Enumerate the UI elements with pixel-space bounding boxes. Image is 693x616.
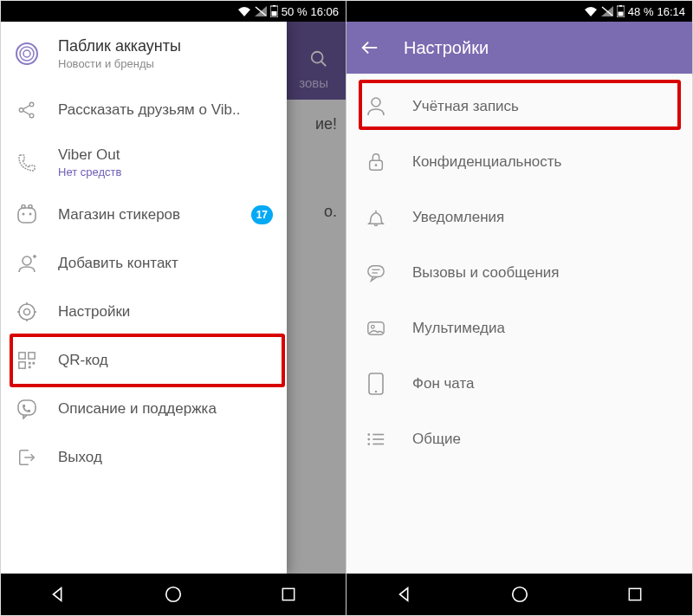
battery-icon bbox=[270, 5, 278, 17]
drawer-item-exit[interactable]: Выход bbox=[1, 433, 287, 482]
lock-icon bbox=[364, 150, 388, 174]
share-label: Рассказать друзьям о Vib.. bbox=[58, 101, 240, 119]
status-bar: 50 % 16:06 bbox=[1, 1, 346, 22]
svg-point-58 bbox=[367, 443, 370, 445]
battery-icon bbox=[617, 5, 625, 17]
svg-point-45 bbox=[375, 164, 378, 166]
svg-point-23 bbox=[24, 309, 30, 315]
wifi-icon bbox=[584, 6, 598, 16]
settings-item-chat-bg[interactable]: Фон чата bbox=[346, 356, 692, 412]
phone-right: 48 % 16:14 Настройки Учётная запись Конф… bbox=[346, 1, 692, 615]
svg-point-7 bbox=[20, 47, 34, 61]
drawer-item-add-contact[interactable]: Добавить контакт bbox=[1, 239, 287, 288]
privacy-label: Конфиденциальность bbox=[412, 153, 561, 171]
svg-rect-37 bbox=[282, 588, 294, 600]
svg-point-10 bbox=[29, 102, 34, 107]
navigation-drawer: Паблик аккаунты Новости и бренды Рассказ… bbox=[1, 22, 287, 574]
highlight-account bbox=[359, 80, 681, 130]
media-label: Мультимедиа bbox=[412, 320, 505, 337]
svg-rect-40 bbox=[619, 5, 622, 7]
settings-item-notifications[interactable]: Уведомления bbox=[346, 190, 692, 245]
svg-point-19 bbox=[23, 256, 31, 265]
drawer-item-stickers[interactable]: Магазин стикеров 17 bbox=[1, 191, 287, 239]
nav-recent-button[interactable] bbox=[609, 574, 661, 615]
media-icon bbox=[364, 316, 388, 340]
wifi-icon bbox=[237, 6, 251, 16]
stickers-badge: 17 bbox=[251, 205, 273, 224]
nav-back-button[interactable] bbox=[32, 574, 84, 615]
nav-recent-button[interactable] bbox=[262, 574, 314, 615]
nav-back-button[interactable] bbox=[379, 574, 431, 615]
svg-point-11 bbox=[29, 113, 34, 118]
signal-off-icon bbox=[255, 6, 267, 16]
gear-icon bbox=[15, 300, 39, 324]
public-accounts-title: Паблик аккаунты bbox=[58, 37, 181, 55]
sticker-icon bbox=[15, 203, 39, 227]
clock: 16:14 bbox=[657, 5, 685, 18]
stickers-label: Магазин стикеров bbox=[58, 206, 180, 224]
add-contact-icon bbox=[15, 251, 39, 276]
settings-label: Настройки bbox=[58, 303, 130, 321]
settings-item-media[interactable]: Мультимедиа bbox=[346, 301, 692, 356]
nav-home-button[interactable] bbox=[494, 574, 546, 615]
svg-point-51 bbox=[372, 325, 375, 328]
add-contact-label: Добавить контакт bbox=[58, 255, 178, 272]
svg-rect-41 bbox=[618, 12, 623, 16]
chat-bg-label: Фон чата bbox=[412, 375, 474, 392]
drawer-item-viber-out[interactable]: Viber Out Нет средств bbox=[1, 134, 287, 191]
svg-point-17 bbox=[23, 213, 25, 216]
svg-rect-2 bbox=[273, 5, 275, 7]
svg-point-56 bbox=[367, 438, 370, 441]
android-navbar bbox=[1, 574, 346, 615]
svg-point-9 bbox=[19, 108, 23, 113]
drawer-item-share[interactable]: Рассказать друзьям о Vib.. bbox=[1, 86, 287, 134]
signal-off-icon bbox=[601, 6, 613, 16]
svg-point-8 bbox=[23, 50, 30, 57]
svg-point-60 bbox=[512, 587, 527, 602]
svg-point-15 bbox=[22, 205, 25, 209]
general-label: Общие bbox=[412, 431, 461, 448]
svg-rect-3 bbox=[271, 11, 276, 16]
settings-item-privacy[interactable]: Конфиденциальность bbox=[346, 134, 692, 190]
nav-home-button[interactable] bbox=[147, 574, 199, 615]
viber-icon bbox=[15, 397, 39, 421]
drawer-scrim[interactable] bbox=[287, 22, 346, 574]
drawer-item-public-accounts[interactable]: Паблик аккаунты Новости и бренды bbox=[1, 22, 287, 86]
battery-percent: 48 % bbox=[628, 5, 654, 18]
drawer-item-support[interactable]: Описание и поддержка bbox=[1, 385, 287, 433]
calls-label: Вызовы и сообщения bbox=[412, 264, 560, 282]
support-label: Описание и поддержка bbox=[58, 400, 217, 418]
phone-out-icon bbox=[15, 151, 39, 175]
exit-label: Выход bbox=[58, 449, 102, 466]
clock: 16:06 bbox=[310, 5, 339, 18]
back-arrow-icon[interactable] bbox=[360, 38, 379, 57]
public-accounts-icon bbox=[15, 42, 39, 66]
svg-line-12 bbox=[23, 106, 29, 110]
notifications-label: Уведомления bbox=[412, 209, 504, 226]
chat-icon bbox=[364, 261, 388, 285]
drawer-item-settings[interactable]: Настройки bbox=[1, 288, 287, 336]
battery-percent: 50 % bbox=[282, 5, 308, 18]
viber-out-sub: Нет средств bbox=[58, 165, 121, 178]
svg-point-54 bbox=[367, 433, 370, 436]
settings-item-calls[interactable]: Вызовы и сообщения bbox=[346, 245, 692, 301]
svg-point-36 bbox=[166, 587, 181, 602]
settings-list: Учётная запись Конфиденциальность Уведом… bbox=[346, 74, 692, 574]
viber-out-title: Viber Out bbox=[58, 146, 121, 164]
svg-rect-61 bbox=[629, 588, 640, 600]
svg-rect-47 bbox=[368, 266, 384, 277]
share-icon bbox=[15, 98, 39, 122]
svg-point-16 bbox=[29, 205, 32, 209]
svg-rect-14 bbox=[18, 208, 36, 223]
settings-item-general[interactable]: Общие bbox=[346, 412, 692, 467]
svg-point-18 bbox=[29, 213, 32, 216]
phone-frame-icon bbox=[364, 372, 388, 396]
list-icon bbox=[364, 427, 388, 451]
highlight-settings bbox=[10, 334, 285, 387]
svg-line-13 bbox=[23, 111, 29, 115]
public-accounts-sub: Новости и бренды bbox=[58, 57, 181, 70]
exit-icon bbox=[15, 445, 39, 470]
phone-left: 50 % 16:06 зовы ие! о. Паблик аккаунты Н… bbox=[1, 1, 346, 615]
status-bar: 48 % 16:14 bbox=[346, 1, 692, 22]
svg-point-53 bbox=[375, 391, 377, 392]
